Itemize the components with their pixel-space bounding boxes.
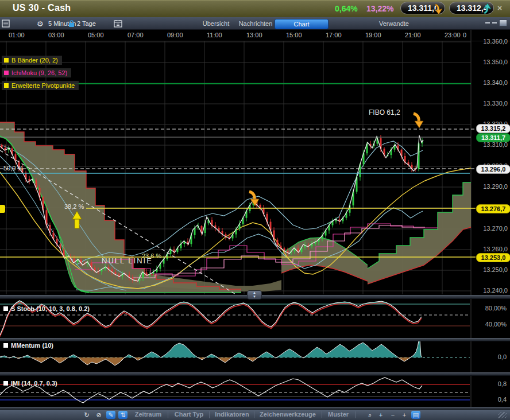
range-selector[interactable]: 2 Tage [77,20,96,27]
zoom-icon[interactable]: ⌕ [365,411,374,419]
time-axis-label: 15:00 [286,32,302,38]
change-percent-period: 13,22% [366,4,393,13]
time-axis-label: 13:00 [246,32,262,38]
tab-nachrichten[interactable]: Nachrichten [232,19,279,28]
fibo-annotation: FIBO 61,2 [369,108,400,116]
price-tag: 13.315,2 [476,124,510,133]
legend-item-ichimoku[interactable]: IchiMoku (9, 26, 52) [2,68,71,77]
lock-icon[interactable] [68,20,75,28]
legend-swatch [4,58,9,63]
fibo-50-label: 50,0 % [3,165,23,172]
fibo-382-label: 38,2 % [64,203,84,210]
time-axis-label: 23:00 [445,32,461,38]
panel-splitter[interactable] [0,338,510,341]
pencil-icon[interactable]: ✎ [106,411,115,419]
price-axis-label: 13.350,0 [473,59,508,65]
resize-grip[interactable] [499,412,507,418]
bottom-button-muster[interactable]: Muster [324,411,353,418]
time-axis-label: 09:00 [167,32,183,38]
price-tag: 13.296,0 [476,165,510,174]
arrow-up-yellow [75,219,79,228]
legend-swatch [4,71,9,75]
panel-swatch [3,306,8,311]
time-axis-label: 21:00 [405,32,421,38]
maximize-icon[interactable] [499,20,507,26]
time-axis-label: 01:00 [9,32,25,38]
zoom-out-icon[interactable]: − [388,411,397,419]
price-axis-label: 13.360,0 [473,38,508,45]
collapse-panel-button[interactable]: ▲▼ [247,290,262,300]
toolbar-separator [254,411,254,418]
prohibit-icon[interactable]: ⊘ [94,411,103,419]
indicator-scale-label: 40,00% [477,321,507,328]
price-axis-label: 13.270,0 [473,225,508,232]
price-axis-label: 13.290,0 [473,183,508,190]
refresh-icon[interactable]: ↻ [82,411,91,419]
indicator-scale-label: 0,0 [477,353,507,360]
arrow-up-icon [483,3,493,14]
time-axis-label: 05:00 [88,32,104,38]
panel-splitter[interactable] [0,372,510,376]
null-line-label: NULL LINIE [102,256,153,265]
toolbar-separator [168,411,168,418]
clipped-price-tag [0,205,5,213]
price-chart[interactable] [0,0,510,420]
panel-swatch [3,343,8,348]
time-axis-label: 17:00 [326,32,342,38]
list-icon[interactable] [2,20,10,28]
calendar-icon[interactable] [114,20,122,28]
panel-swatch [3,381,8,386]
price-axis-label: 13.340,0 [473,79,508,86]
price-axis-label: 13.330,0 [473,100,508,107]
bottom-toolbar [0,410,510,420]
bottom-button-zeichenwerkzeuge[interactable]: Zeichenwerkzeuge [256,411,319,418]
price-tag: 13.253,0 [476,253,510,262]
minimize-icon[interactable] [485,22,490,24]
price-axis-label: 13.240,0 [473,287,508,294]
price-axis-label: 13.250,0 [473,266,508,273]
toolbar-separator [209,411,210,418]
change-percent-day: 0,64% [335,4,358,13]
panel-label: IMI (14, 0.7, 0.3) [3,380,57,387]
tab-übersicht[interactable]: Übersicht [196,19,236,28]
restore-icon[interactable] [492,22,497,24]
bottom-button-chart-typ[interactable]: Chart Typ [171,411,207,418]
toolbar-separator [322,411,322,418]
time-axis-label: 03:00 [48,32,64,38]
bottom-button-indikatoren[interactable]: Indikatoren [212,411,252,418]
tab-verwandte[interactable]: Verwandte [372,19,416,28]
price-tag: 13.276,7 [476,204,510,213]
time-axis-label: 0 [463,32,466,38]
legend-item-b[interactable]: B Bänder (20, 2) [2,56,62,65]
instrument-title: US 30 - Cash [13,3,71,13]
legend-swatch [4,83,9,88]
ruler-icon[interactable]: ▤ [411,411,420,419]
legend-item-erweiterte[interactable]: Erweiterte Pivotpunkte [2,81,79,90]
zoom-in-icon[interactable]: + [376,411,385,419]
arrow-down-icon [434,3,445,15]
gear-icon[interactable]: ⚙ [37,20,44,28]
indicator-scale-label: 80,00% [477,305,507,312]
updown-icon[interactable]: ⇅ [118,411,128,419]
price-axis-label: 13.260,0 [473,246,508,252]
bottom-button-zeitraum[interactable]: Zeitraum [131,411,165,418]
price-tag: 13.311,7 [476,133,510,142]
toolbar-separator [355,411,356,418]
time-axis-label: 19:00 [365,32,381,38]
time-axis-label: 11:00 [207,32,222,38]
tab-chart[interactable]: Chart [275,19,329,29]
close-icon[interactable]: × [497,3,502,13]
crosshair-icon[interactable]: + [400,411,409,419]
panel-label: S Stoch (10, 10, 3, 0.8, 0.2) [3,305,90,312]
indicator-scale-label: 0,8 [477,380,507,387]
indicator-scale-label: 0,4 [477,396,507,403]
panel-label: MMentum (10) [3,342,53,349]
time-axis-label: 07:00 [128,32,144,38]
